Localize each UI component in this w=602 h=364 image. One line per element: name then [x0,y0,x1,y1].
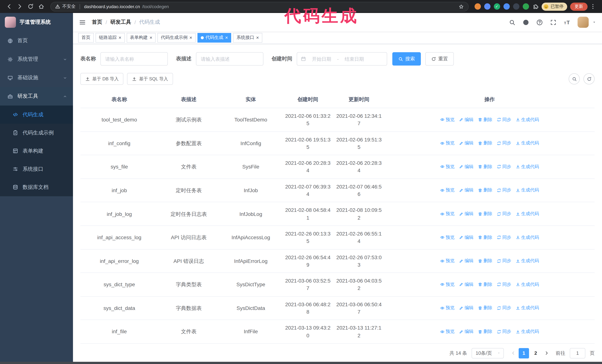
tab-close-icon[interactable]: × [118,35,121,40]
op-sync[interactable]: 同步 [497,328,511,335]
extensions-puzzle-icon[interactable] [533,3,538,10]
op-generate[interactable]: 生成代码 [516,187,539,194]
goto-page-input[interactable] [570,348,585,358]
op-delete[interactable]: 删除 [478,234,492,241]
op-preview[interactable]: 预览 [440,281,455,288]
update-button[interactable]: 更新 [570,2,588,10]
op-delete[interactable]: 删除 [478,116,492,123]
hamburger-icon[interactable] [79,19,86,26]
reset-button[interactable]: 重置 [425,52,454,65]
op-preview[interactable]: 预览 [440,164,455,170]
table-desc-input[interactable] [196,52,263,65]
toggle-search-button[interactable] [569,73,580,84]
op-edit[interactable]: 编辑 [459,281,473,288]
tab-close-icon[interactable]: × [256,35,259,40]
op-delete[interactable]: 删除 [478,187,492,194]
extension-switch-icon[interactable] [513,3,519,10]
table-name-input[interactable] [100,52,168,65]
op-preview[interactable]: 预览 [440,140,455,146]
op-sync[interactable]: 同步 [497,140,511,146]
sidebar-item-codegen[interactable]: 代码生成 [0,105,73,124]
op-generate[interactable]: 生成代码 [516,116,539,123]
op-generate[interactable]: 生成代码 [516,234,539,241]
op-generate[interactable]: 生成代码 [516,305,539,312]
sidebar-item-system-api[interactable]: 系统接口 [0,160,73,178]
tab-5[interactable]: 代码生成× [197,33,231,42]
page-1[interactable]: 1 [519,348,529,358]
op-edit[interactable]: 编辑 [459,234,473,241]
op-preview[interactable]: 预览 [440,258,455,264]
breadcrumb-item[interactable]: 首页 [92,19,102,26]
op-sync[interactable]: 同步 [497,281,511,288]
tab-close-icon[interactable]: × [150,35,152,40]
op-sync[interactable]: 同步 [497,258,511,264]
op-delete[interactable]: 删除 [478,281,492,288]
tab-close-icon[interactable]: × [225,35,228,40]
start-date-input[interactable] [308,56,336,62]
import-db-button[interactable]: 基于 DB 导入 [80,73,124,85]
tab-4[interactable]: 代码生成示例× [157,33,195,42]
tab-1[interactable]: 首页 [78,33,94,42]
bookmark-star-icon[interactable] [458,4,464,9]
sidebar-item-codegen-example[interactable]: 代码生成示例 [0,124,73,142]
tab-2[interactable]: 链路追踪× [96,33,125,42]
op-preview[interactable]: 预览 [440,305,455,312]
op-edit[interactable]: 编辑 [459,258,473,264]
extension-share-icon[interactable] [503,3,510,10]
prev-page-button[interactable] [508,348,518,358]
op-sync[interactable]: 同步 [497,234,511,241]
op-edit[interactable]: 编辑 [459,187,473,194]
search-icon[interactable] [509,19,515,25]
op-generate[interactable]: 生成代码 [516,211,539,217]
back-icon[interactable] [4,3,14,10]
extension-translate-icon[interactable] [523,3,529,10]
tab-close-icon[interactable]: × [189,35,192,40]
import-sql-button[interactable]: 基于 SQL 导入 [127,73,173,85]
op-generate[interactable]: 生成代码 [516,164,539,170]
end-date-input[interactable] [340,56,368,62]
page-2[interactable]: 2 [530,348,541,358]
op-delete[interactable]: 删除 [478,258,492,264]
op-sync[interactable]: 同步 [497,187,511,194]
forward-icon[interactable] [14,3,25,10]
op-edit[interactable]: 编辑 [459,328,473,335]
sidebar-item-form-builder[interactable]: 表单构建 [0,142,73,160]
extension-blue-icon[interactable] [484,3,490,10]
op-delete[interactable]: 删除 [478,328,492,335]
op-edit[interactable]: 编辑 [459,211,473,217]
op-sync[interactable]: 同步 [497,211,511,217]
sidebar-item-db-doc[interactable]: 数据库文档 [0,178,73,196]
app-logo[interactable]: 芋道管理系统 [0,13,73,31]
op-edit[interactable]: 编辑 [459,140,473,146]
op-sync[interactable]: 同步 [497,116,511,123]
page-size-select[interactable]: 10条/页 [472,348,504,358]
refresh-table-button[interactable] [583,73,595,84]
avatar-caret-down-icon[interactable] [592,20,596,24]
profile-paused-chip[interactable]: 已暂停 [541,2,567,10]
create-time-range-picker[interactable]: - [297,52,387,65]
sidebar-item-devtools[interactable]: 研发工具 [0,87,73,105]
github-icon[interactable] [523,19,529,25]
op-edit[interactable]: 编辑 [459,305,473,312]
tab-3[interactable]: 表单构建× [127,33,156,42]
address-bar[interactable]: 不安全 dashboard.yudao.iocoder.cn /tool/cod… [50,2,468,11]
op-edit[interactable]: 编辑 [459,164,473,170]
op-edit[interactable]: 编辑 [459,116,473,123]
home-nav-icon[interactable] [36,3,47,10]
help-icon[interactable] [537,19,543,25]
sidebar-item-system[interactable]: 系统管理 [0,50,73,69]
op-sync[interactable]: 同步 [497,305,511,312]
op-preview[interactable]: 预览 [440,116,455,123]
sidebar-item-infra[interactable]: 基础设施 [0,69,73,87]
extension-green-check-icon[interactable]: ✓ [494,3,500,10]
next-page-button[interactable] [542,348,551,358]
op-preview[interactable]: 预览 [440,234,455,241]
op-generate[interactable]: 生成代码 [516,281,539,288]
extension-orange-icon[interactable] [474,3,481,10]
op-delete[interactable]: 删除 [478,140,492,146]
reload-icon[interactable] [25,3,36,10]
op-generate[interactable]: 生成代码 [516,258,539,264]
op-generate[interactable]: 生成代码 [516,328,539,335]
op-sync[interactable]: 同步 [497,164,511,170]
fullscreen-icon[interactable] [550,19,556,25]
